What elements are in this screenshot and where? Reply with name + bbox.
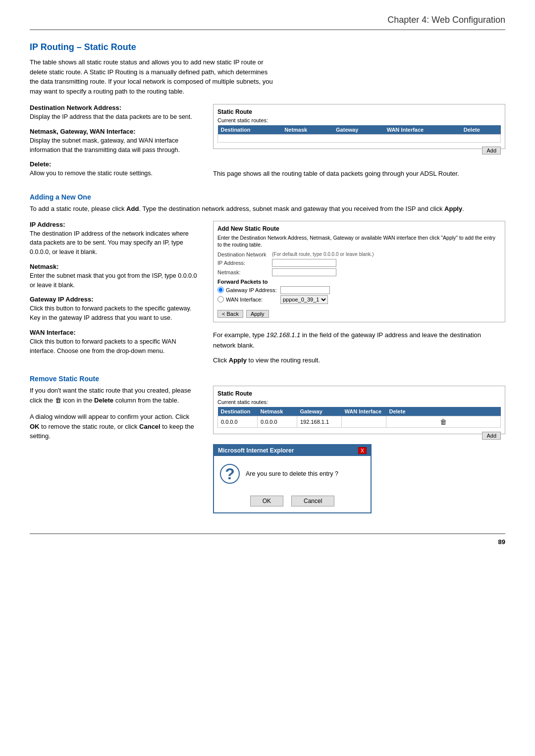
col2-delete: Delete (386, 407, 501, 416)
static-route-box-2: Static Route Current static routes: Dest… (213, 386, 505, 434)
gateway-radio-label: Gateway IP Address: (226, 287, 280, 293)
wan-select[interactable]: pppoe_0_39_1 (280, 295, 328, 304)
static-route-right: Static Route Current static routes: Dest… (213, 104, 505, 184)
static-route-box1-title: Static Route (217, 108, 501, 115)
dest-network-label: Destination Network (217, 252, 272, 257)
first-section: Destination Network Address: Display the… (30, 104, 505, 184)
col-delete: Delete (461, 125, 501, 135)
adding-section: Adding a New One To add a static route, … (30, 193, 505, 214)
add-new-route-box: Add New Static Route Enter the Destinati… (213, 221, 505, 322)
ip-address-row: IP Address: (217, 259, 501, 267)
ip-address-field: IP Address: The destination IP address o… (30, 221, 198, 257)
dialog-container: Microsoft Internet Explorer X ? Are you … (213, 444, 505, 513)
page-number: 89 (30, 533, 505, 546)
dest-network-row: Destination Network (For default route, … (217, 252, 501, 257)
forward-label: Forward Packets to (217, 279, 501, 285)
gateway-radio-row: Gateway IP Address: (217, 286, 501, 294)
netmask-form-label: Netmask: (217, 269, 272, 275)
netmask-row: Netmask: (217, 268, 501, 276)
dialog-question-icon: ? (220, 464, 240, 484)
wan-interface-desc: Click this button to forward packets to … (30, 337, 198, 356)
add-button-1[interactable]: Add (482, 147, 501, 154)
gateway-ip-desc: Click this button to forward packets to … (30, 304, 198, 323)
dialog-close-button[interactable]: X (358, 447, 367, 454)
netmask-title: Netmask: (30, 263, 198, 270)
chapter-title: Chapter 4: Web Configuration (387, 15, 505, 25)
col-netmask: Netmask (281, 125, 333, 135)
adding-desc: To add a static route, please click Add.… (30, 204, 505, 214)
col2-netmask: Netmask (258, 407, 297, 416)
ip-address-desc: The destination IP address of the networ… (30, 229, 198, 257)
remove-desc: If you don't want the static route that … (30, 386, 198, 405)
form-buttons: < Back Apply (217, 307, 501, 318)
dialog-cancel-button[interactable]: Cancel (291, 496, 334, 506)
remove-section: Remove Static Route (30, 375, 505, 383)
wan-radio-label: WAN Interface: (226, 297, 280, 302)
col2-destination: Destination (218, 407, 258, 416)
wan-interface-title: WAN Interface: (30, 329, 198, 336)
dialog-buttons: OK Cancel (214, 492, 371, 512)
static-route-table-2: Destination Netmask Gateway WAN Interfac… (217, 407, 501, 428)
static-route-table-1: Destination Netmask Gateway WAN Interfac… (217, 125, 501, 143)
add-route-right: Add New Static Route Enter the Destinati… (213, 221, 505, 366)
col-wan-interface: WAN Interface (384, 125, 461, 135)
add-new-route-desc: Enter the Destination Network Address, N… (217, 234, 501, 249)
static-route-box2-title: Static Route (217, 390, 501, 397)
third-section: If you don't want the static route that … (30, 386, 505, 513)
row-destination: 0.0.0.0 (218, 416, 258, 428)
dialog-box: Microsoft Internet Explorer X ? Are you … (213, 444, 372, 513)
wan-interface-field: WAN Interface: Click this button to forw… (30, 329, 198, 356)
destination-desc: Display the IP address that the data pac… (30, 112, 198, 122)
wan-radio[interactable] (217, 296, 224, 302)
netmask-gateway-field: Netmask, Gateway, WAN Interface: Display… (30, 128, 198, 155)
chapter-header: Chapter 4: Web Configuration (30, 15, 505, 30)
dialog-ok-button[interactable]: OK (250, 496, 283, 506)
delete-field: Delete: Allow you to remove the static r… (30, 160, 198, 178)
delete-icon[interactable]: 🗑 (440, 418, 447, 426)
apply-bold: Apply (444, 205, 462, 212)
click-apply-text: Click Apply to view the routing result. (213, 355, 505, 366)
remove-desc-left: If you don't want the static route that … (30, 386, 198, 513)
remove-section-title: Remove Static Route (30, 375, 505, 383)
netmask-desc: Enter the subnet mask that you got from … (30, 271, 198, 290)
row-delete[interactable]: 🗑 (386, 416, 501, 428)
back-button[interactable]: < Back (217, 310, 243, 318)
netmask-input[interactable] (272, 268, 336, 276)
col-destination: Destination (218, 125, 282, 135)
col2-wan-interface: WAN Interface (342, 407, 386, 416)
dialog-titlebar: Microsoft Internet Explorer X (214, 445, 371, 456)
dest-network-hint: (For default route, type 0.0.0.0 or leav… (272, 252, 374, 257)
fields-left: Destination Network Address: Display the… (30, 104, 198, 184)
row-netmask: 0.0.0.0 (258, 416, 297, 428)
apply-button[interactable]: Apply (246, 310, 269, 318)
dialog-message: Are you sure to delete this entry ? (246, 470, 338, 477)
empty-row (218, 135, 501, 143)
dialog-body: ? Are you sure to delete this entry ? (214, 456, 371, 492)
ip-fields-left: IP Address: The destination IP address o… (30, 221, 198, 366)
intro-text: The table shows all static route status … (30, 57, 277, 96)
netmask-gateway-desc: Display the subnet mask, gateway, and WA… (30, 136, 198, 155)
static-route-box-1: Static Route Current static routes: Dest… (213, 104, 505, 149)
destination-field: Destination Network Address: Display the… (30, 104, 198, 122)
netmask-field: Netmask: Enter the subnet mask that you … (30, 263, 198, 290)
delete-title: Delete: (30, 160, 198, 168)
destination-title: Destination Network Address: (30, 104, 198, 111)
col2-gateway: Gateway (297, 407, 342, 416)
ip-address-title: IP Address: (30, 221, 198, 228)
second-section: IP Address: The destination IP address o… (30, 221, 505, 366)
ip-address-input[interactable] (272, 259, 336, 267)
gateway-ip-field: Gateway IP Address: Click this button to… (30, 296, 198, 323)
gateway-ip-title: Gateway IP Address: (30, 296, 198, 303)
add-bold: Add (126, 205, 139, 212)
col-gateway: Gateway (333, 125, 384, 135)
add-new-route-title: Add New Static Route (217, 225, 501, 232)
example-block: For example, type 192.168.1.1 in the fie… (213, 330, 505, 366)
ip-address-form-label: IP Address: (217, 260, 272, 266)
static-route-box2-subtitle: Current static routes: (217, 399, 501, 405)
page-container: Chapter 4: Web Configuration IP Routing … (0, 0, 535, 575)
wan-radio-row: WAN Interface: pppoe_0_39_1 (217, 295, 501, 304)
gateway-input[interactable] (280, 286, 330, 294)
gateway-radio[interactable] (217, 287, 224, 293)
remove-right: Static Route Current static routes: Dest… (213, 386, 505, 513)
add-button-2[interactable]: Add (482, 432, 501, 440)
